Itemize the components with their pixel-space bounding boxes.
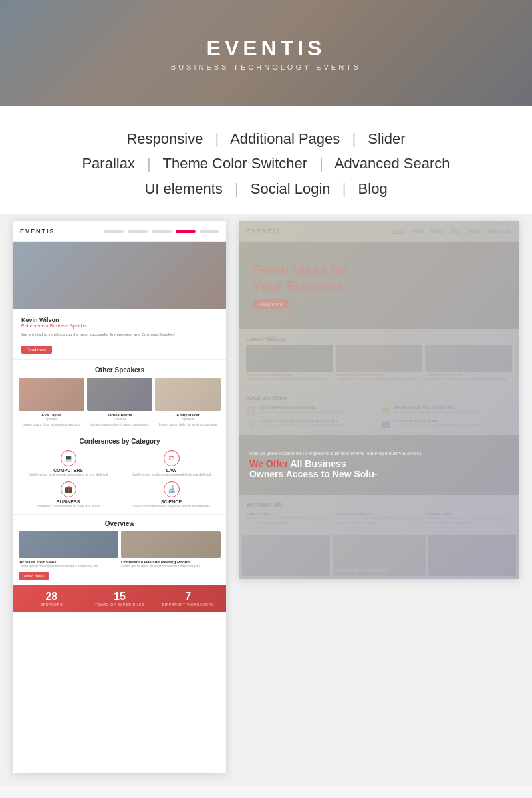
nav-dot-2 <box>128 230 148 233</box>
cta-text: With 25 years experience in organizing b… <box>249 451 422 479</box>
overview-section: Overview Increase Your Sales Lorem ipsum… <box>13 514 226 586</box>
list-item: 💻 COMPUTERS Conference and events access… <box>19 450 118 477</box>
list-item: 🔬 SCIENCE Science conferences together w… <box>122 481 221 509</box>
features-line3: UI elements | Social Login | Blog <box>40 176 492 201</box>
list-item: Increase Your Sales Lorem ipsum dolor si… <box>19 531 118 581</box>
list-item: Eva Taylor Speaker Lorem ipsum dolor sit… <box>19 378 84 426</box>
stat-speakers: 28 SPEAKERS <box>19 591 84 606</box>
list-item: ⚖ LAW Conference and events accessible t… <box>122 450 221 477</box>
stat-label-1: SPEAKERS <box>19 602 84 606</box>
computer-icon: 💻 <box>61 450 76 466</box>
speaker-card: Kevin Wilson Entrepreneur Business Speak… <box>13 309 226 358</box>
feature-additional-pages: Additional Pages <box>230 130 340 147</box>
nav-dot-5 <box>200 230 219 233</box>
read-more-button[interactable]: Read more <box>21 346 52 354</box>
feature-ui-elements: UI elements <box>144 180 222 197</box>
right-preview-card: EVENTIS Home About Pages Blog Gallery Co… <box>239 221 519 579</box>
features-bar: Responsive | Additional Pages | Slider P… <box>0 106 532 214</box>
overview-image-1 <box>19 531 118 558</box>
stat-workshops: 7 DIFFERENT WORKSHOPS <box>155 591 221 606</box>
stat-experience: 15 YEARS OF EXPERIENCE <box>87 591 153 606</box>
speaker-name: Kevin Wilson <box>21 317 218 323</box>
overview-title: Overview <box>19 520 221 527</box>
stat-num-1: 28 <box>19 591 84 602</box>
nav-dot-3 <box>152 230 172 233</box>
speaker-photo-1 <box>19 378 84 411</box>
law-icon: ⚖ <box>164 450 180 466</box>
features-line2: Parallax | Theme Color Switcher | Advanc… <box>40 151 492 176</box>
cta-headline: We Offer All BusinessOwners Access to Ne… <box>249 458 422 479</box>
speaker-role-3: Speaker <box>155 417 221 421</box>
speaker-role-1: Speaker <box>19 417 84 421</box>
list-item: Conference Hall and Meeting Rooms Lorem … <box>121 531 221 581</box>
conferences-section: Conferences by Category 💻 COMPUTERS Conf… <box>13 432 226 514</box>
stat-label-2: YEARS OF EXPERIENCE <box>87 602 153 606</box>
stat-num-2: 15 <box>87 591 153 602</box>
speaker-photo-3 <box>155 378 221 411</box>
feature-slider: Slider <box>368 130 405 147</box>
feature-blog: Blog <box>358 180 388 197</box>
left-logo: EVENTIS <box>20 228 55 235</box>
overview-btn-1[interactable]: Read more <box>19 572 49 580</box>
hero-title: EVENTIS <box>207 36 326 61</box>
list-item: 💼 BUSINESS Business conferences to help … <box>19 481 118 509</box>
left-preview-header: EVENTIS <box>13 221 226 242</box>
conferences-grid: 💻 COMPUTERS Conference and events access… <box>19 450 221 509</box>
overview-image-2 <box>121 531 221 558</box>
list-item: Emily Baker Speaker Lorem ipsum dolor si… <box>155 378 221 426</box>
preview-area: EVENTIS Kevin Wilson Entrepreneur Busine… <box>0 214 532 786</box>
overview-grid: Increase Your Sales Lorem ipsum dolor si… <box>19 531 221 581</box>
stat-label-3: DIFFERENT WORKSHOPS <box>155 602 221 606</box>
feature-responsive: Responsive <box>126 130 203 147</box>
left-nav <box>104 230 219 233</box>
nav-dot-1 <box>104 230 124 233</box>
cta-banner: With 25 years experience in organizing b… <box>239 435 519 495</box>
hero-subtitle: BUSINESS TECHNOLOGY EVENTS <box>171 63 361 71</box>
list-item: James Harris Speaker Lorem ipsum dolor s… <box>87 378 153 426</box>
business-icon: 💼 <box>61 481 76 497</box>
speaker-role-2: Speaker <box>87 417 153 421</box>
speaker-photo-2 <box>87 378 153 411</box>
feature-theme-color: Theme Color Switcher <box>162 155 307 172</box>
features-line1: Responsive | Additional Pages | Slider <box>40 126 492 151</box>
speakers-grid: Eva Taylor Speaker Lorem ipsum dolor sit… <box>13 378 226 432</box>
hero-banner: EVENTIS BUSINESS TECHNOLOGY EVENTS <box>0 0 532 106</box>
left-hero-image <box>13 242 226 309</box>
feature-parallax: Parallax <box>82 155 134 172</box>
stats-bar: 28 SPEAKERS 15 YEARS OF EXPERIENCE 7 DIF… <box>13 585 226 612</box>
speaker-desc: We are glad to introduce you the most su… <box>21 332 218 337</box>
left-preview-card: EVENTIS Kevin Wilson Entrepreneur Busine… <box>13 221 226 773</box>
speaker-title: Entrepreneur Business Speaker <box>21 323 218 328</box>
feature-advanced-search: Advanced Search <box>334 155 450 172</box>
stat-num-3: 7 <box>155 591 221 602</box>
feature-social-login: Social Login <box>251 180 331 197</box>
nav-dot-4 <box>176 230 196 233</box>
conferences-title: Conferences by Category <box>19 438 221 445</box>
science-icon: 🔬 <box>164 481 180 497</box>
other-speakers-title: Other Speakers <box>13 359 226 378</box>
cta-subtitle: With 25 years experience in organizing b… <box>249 451 422 456</box>
